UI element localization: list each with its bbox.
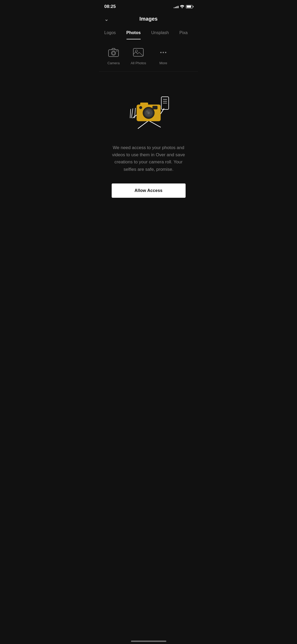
camera-label: Camera (107, 61, 120, 65)
status-bar: 08:25 (99, 0, 198, 12)
svg-rect-4 (133, 48, 143, 56)
svg-rect-23 (153, 106, 157, 109)
svg-line-6 (138, 121, 149, 128)
main-content: We need access to your photos and videos… (99, 72, 198, 208)
tab-bar: Logos Photos Unsplash Pixa (99, 26, 198, 39)
status-time: 08:25 (104, 4, 116, 9)
all-photos-icon (132, 46, 145, 59)
camera-icon (107, 46, 120, 59)
svg-line-7 (149, 121, 161, 127)
all-photos-label: All Photos (131, 61, 146, 65)
svg-point-3 (116, 50, 117, 52)
chevron-down-icon[interactable]: ⌄ (104, 16, 109, 22)
all-photos-source[interactable]: All Photos (131, 46, 146, 65)
svg-point-2 (112, 52, 115, 54)
wifi-icon (180, 5, 184, 8)
more-source[interactable]: More (157, 46, 170, 65)
more-label: More (159, 61, 167, 65)
more-dots-icon (157, 46, 170, 59)
status-icons (174, 5, 193, 8)
permission-text: We need access to your photos and videos… (109, 144, 188, 173)
svg-rect-18 (140, 103, 148, 106)
svg-line-9 (131, 109, 133, 118)
tab-unsplash[interactable]: Unsplash (146, 28, 174, 39)
svg-line-11 (130, 109, 131, 118)
allow-access-button[interactable]: Allow Access (112, 183, 186, 198)
tab-pixabay[interactable]: Pixa (174, 28, 193, 39)
tab-photos[interactable]: Photos (121, 28, 146, 39)
header: ⌄ Images (99, 12, 198, 26)
tab-logos[interactable]: Logos (99, 28, 121, 39)
camera-illustration (122, 88, 175, 131)
svg-point-24 (139, 106, 142, 109)
photo-sources: Camera All Photos More (99, 39, 198, 72)
camera-source[interactable]: Camera (107, 46, 120, 65)
svg-point-26 (148, 112, 149, 114)
battery-icon (186, 5, 193, 8)
signal-icon (174, 5, 178, 8)
page-title: Images (139, 16, 158, 22)
